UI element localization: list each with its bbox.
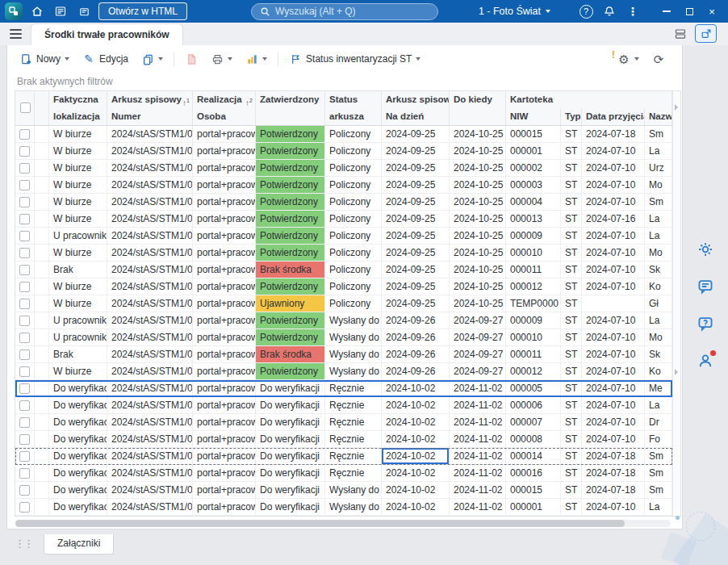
column-header-numer[interactable]: Numer (107, 108, 193, 125)
row-checkbox[interactable] (19, 400, 30, 411)
table-row[interactable]: W biurze2024/stAS/STM1/0portal+pracownPo… (15, 194, 672, 211)
edit-button[interactable]: ✎ Edycja (77, 50, 134, 68)
app-logo-icon[interactable] (5, 2, 23, 20)
table-row[interactable]: U pracownika2024/stAS/STM1/0portal+praco… (15, 228, 672, 245)
row-checkbox[interactable] (19, 265, 30, 275)
column-group-header-zatwierdzony[interactable]: Zatwierdzony (256, 91, 325, 108)
row-checkbox[interactable] (19, 434, 30, 445)
home-icon[interactable] (28, 2, 46, 20)
column-header-do_kiedy[interactable] (450, 108, 506, 125)
row-checkbox[interactable] (19, 180, 30, 190)
row-checkbox[interactable] (19, 451, 30, 462)
table-row[interactable]: U pracownika2024/stAS/STM1/0portal+praco… (15, 329, 672, 346)
column-header-lokalizacja[interactable]: lokalizacja (49, 108, 107, 125)
row-checkbox[interactable] (19, 299, 30, 309)
row-checkbox[interactable] (19, 502, 30, 513)
open-in-html-button[interactable]: Otwórz w HTML (98, 2, 187, 20)
table-row[interactable]: W biurze2024/stAS/STM1/0portal+pracownPo… (15, 126, 672, 143)
help-icon[interactable]: ? (577, 2, 595, 20)
row-checkbox[interactable] (19, 468, 30, 479)
help-chat-icon[interactable] (693, 312, 718, 336)
table-row[interactable]: W biurze2024/stAS/STM1/0portal+pracownPo… (15, 211, 672, 228)
horizontal-scrollbar-thumb[interactable] (15, 520, 625, 527)
row-checkbox[interactable] (19, 316, 30, 326)
column-header-data_przyjecia[interactable]: Data przyjęcia (582, 108, 645, 125)
horizontal-scrollbar[interactable] (15, 520, 671, 527)
settings-button[interactable]: ⚙! (612, 50, 645, 68)
column-group-header-typ[interactable] (561, 91, 582, 108)
select-all-checkbox[interactable] (20, 103, 31, 113)
search-box[interactable] (251, 3, 438, 20)
column-group-header-lokalizacja[interactable]: Faktyczna (49, 91, 107, 108)
row-checkbox[interactable] (19, 366, 30, 377)
row-checkbox[interactable] (19, 197, 30, 207)
row-checkbox[interactable] (19, 383, 30, 394)
row-checkbox[interactable] (19, 333, 30, 343)
row-checkbox[interactable] (19, 231, 30, 241)
table-row[interactable]: Do weryfikacji2024/stAS/STM1/0portal+pra… (15, 414, 672, 431)
column-group-header-data_przyjecia[interactable] (582, 91, 645, 108)
column-header-niw[interactable]: NIW (506, 108, 561, 125)
chart-button[interactable] (240, 50, 273, 68)
document-icon[interactable] (75, 2, 93, 20)
table-row[interactable]: W biurze2024/stAS/STM1/0portal+pracownPo… (15, 245, 672, 262)
table-row[interactable]: Do weryfikacji2024/stAS/STM1/0portal+pra… (15, 482, 672, 499)
new-button[interactable]: Nowy (14, 50, 75, 68)
row-checkbox[interactable] (19, 146, 30, 157)
column-header-typ[interactable]: Typ (561, 108, 582, 125)
table-row[interactable]: W biurze2024/stAS/STM1/0portal+pracownUj… (15, 295, 672, 312)
kebab-menu-icon[interactable]: ⋮ (624, 2, 642, 20)
table-row[interactable]: Brak2024/stAS/STM1/0portal+pracownBrak ś… (15, 346, 672, 363)
search-input[interactable] (275, 6, 429, 17)
row-checkbox[interactable] (19, 349, 30, 360)
row-checkbox[interactable] (19, 485, 30, 496)
hamburger-menu-icon[interactable] (0, 23, 31, 45)
column-group-header-osoba[interactable]: Realizacja↑2 (193, 91, 256, 108)
table-row[interactable]: Do weryfikacji2024/stAS/STM1/0portal+pra… (15, 380, 672, 397)
column-header-nazwa[interactable]: Nazwa (645, 108, 672, 125)
table-row[interactable]: Do weryfikacji2024/stAS/STM1/0portal+pra… (15, 397, 672, 414)
open-new-window-button[interactable] (695, 24, 717, 43)
side-panel-icon[interactable] (671, 24, 690, 44)
table-row[interactable]: Do weryfikacji2024/stAS/STM1/0portal+pra… (15, 448, 672, 465)
column-group-header-nazwa[interactable] (645, 91, 672, 108)
column-group-header-na_dzien[interactable]: Arkusz spisowy (382, 91, 450, 108)
contact-icon[interactable] (693, 349, 718, 373)
table-row[interactable]: Do weryfikacji2024/stAS/STM1/0portal+pra… (15, 431, 672, 448)
table-row[interactable]: Do weryfikacji2024/stAS/STM1/0portal+pra… (15, 465, 672, 482)
maximize-button[interactable] (678, 1, 701, 22)
row-checkbox[interactable] (19, 214, 30, 224)
refresh-button[interactable]: ⟳ (646, 50, 671, 68)
column-header-na_dzien[interactable]: Na dzień (382, 108, 450, 125)
chat-icon[interactable] (693, 274, 718, 299)
column-header-zatwierdzony[interactable] (256, 108, 325, 125)
news-icon[interactable] (52, 2, 69, 20)
column-group-header-numer[interactable]: Arkusz spisowy↑1 (107, 91, 193, 108)
row-checkbox[interactable] (19, 282, 30, 292)
table-row[interactable]: W biurze2024/stAS/STM1/0portal+pracownPo… (15, 177, 672, 194)
table-row[interactable]: W biurze2024/stAS/STM1/0portal+pracownPo… (15, 363, 672, 380)
table-row[interactable]: Brak2024/stAS/STM1/0portal+pracownBrak ś… (15, 262, 672, 278)
column-group-header-do_kiedy[interactable]: Do kiedy (450, 91, 506, 108)
company-selector[interactable]: 1 - Foto Świat (479, 6, 550, 17)
column-header-status[interactable]: arkusza (325, 108, 382, 125)
inventory-status-button[interactable]: Status inwentaryzacji ST (283, 50, 426, 68)
row-checkbox[interactable] (19, 129, 30, 140)
column-group-header-niw[interactable]: Kartoteka (506, 91, 561, 108)
table-row[interactable]: W biurze2024/stAS/STM1/0portal+pracownPo… (15, 160, 672, 177)
tab-srodki-trwale-pracownikow[interactable]: Środki trwałe pracowników (31, 23, 183, 45)
table-row[interactable]: Do weryfikacji2024/stAS/STM1/0portal+pra… (15, 499, 672, 516)
close-button[interactable]: × (701, 1, 723, 22)
minimize-button[interactable] (655, 1, 678, 22)
bell-icon[interactable] (600, 2, 618, 20)
row-checkbox[interactable] (19, 417, 30, 428)
table-row[interactable]: U pracownika2024/stAS/STM1/0portal+praco… (15, 312, 672, 329)
tab-zalaczniki[interactable]: Załączniki (44, 534, 114, 555)
drag-handle-icon[interactable]: ⋮⋮ (15, 538, 32, 550)
grid-vertical-scrollbar[interactable] (672, 91, 680, 516)
row-checkbox[interactable] (19, 163, 30, 174)
table-row[interactable]: W biurze2024/stAS/STM1/0portal+pracownPo… (15, 278, 672, 295)
assistant-icon[interactable] (693, 237, 718, 262)
copy-button[interactable] (136, 50, 169, 68)
table-row[interactable]: W biurze2024/stAS/STM1/0portal+pracownPo… (15, 143, 672, 160)
